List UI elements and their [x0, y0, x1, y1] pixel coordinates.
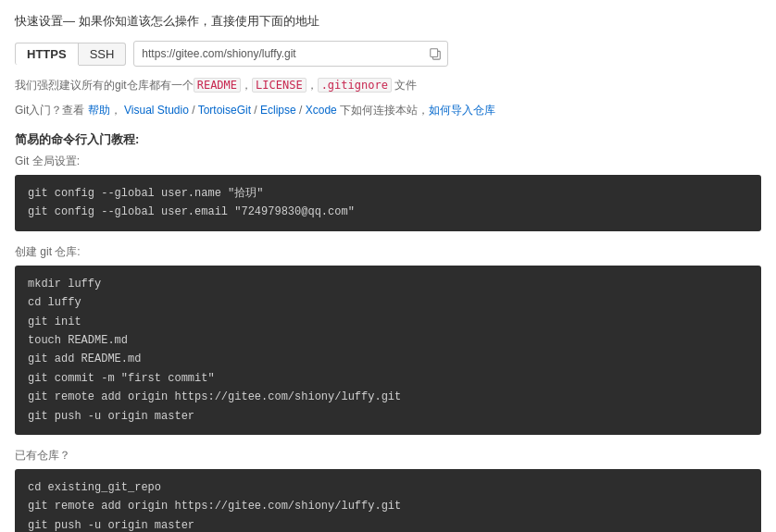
- create-repo-title: 创建 git 仓库:: [15, 244, 761, 260]
- copy-icon: [429, 47, 442, 60]
- global-setup-code: git config --global user.name "拾玥" git c…: [15, 175, 761, 231]
- git-link-row: Git入门？查看 帮助， Visual Studio / TortoiseGit…: [15, 103, 761, 118]
- slash3: /: [296, 104, 306, 117]
- existing-repo-title: 已有仓库？: [15, 448, 761, 464]
- url-input-wrap: [133, 41, 448, 67]
- git-help-prefix: Git入门？查看: [15, 104, 84, 117]
- recommend-suffix: 文件: [392, 79, 417, 92]
- git-help-middle: 下如何连接本站，: [337, 104, 429, 117]
- import-repo-link[interactable]: 如何导入仓库: [429, 104, 495, 117]
- gitignore-badge: .gitignore: [318, 78, 392, 93]
- readme-badge: README: [194, 78, 241, 93]
- quick-setup-title: 快速设置— 如果你知道该怎么操作，直接使用下面的地址: [15, 13, 761, 30]
- create-repo-code: mkdir luffy cd luffy git init touch READ…: [15, 266, 761, 435]
- existing-repo-code: cd existing_git_repo git remote add orig…: [15, 469, 761, 532]
- https-button[interactable]: HTTPS: [15, 43, 79, 65]
- ssh-button[interactable]: SSH: [79, 43, 127, 66]
- repo-url-input[interactable]: [134, 47, 423, 60]
- global-setup-title: Git 全局设置:: [15, 154, 761, 169]
- sep2: ，: [307, 79, 318, 92]
- slash1: /: [189, 104, 198, 117]
- intro-title: 简易的命令行入门教程:: [15, 131, 761, 148]
- recommend-prefix: 我们强烈建议所有的git仓库都有一个: [15, 79, 194, 92]
- recommend-text: 我们强烈建议所有的git仓库都有一个README，LICENSE，.gitign…: [15, 78, 761, 93]
- protocol-row: HTTPS SSH: [15, 41, 761, 67]
- copy-url-button[interactable]: [423, 47, 447, 60]
- slash2: /: [251, 104, 260, 117]
- eclipse-link[interactable]: Eclipse: [260, 104, 296, 117]
- xcode-link[interactable]: Xcode: [306, 104, 337, 117]
- tortoisegit-link[interactable]: TortoiseGit: [198, 104, 251, 117]
- help-link[interactable]: 帮助: [88, 104, 110, 117]
- main-container: 快速设置— 如果你知道该怎么操作，直接使用下面的地址 HTTPS SSH 我们强…: [0, 0, 776, 532]
- visual-studio-link[interactable]: Visual Studio: [124, 104, 189, 117]
- svg-rect-1: [431, 49, 438, 57]
- license-badge: LICENSE: [252, 78, 307, 93]
- git-help-sep: ，: [110, 104, 121, 117]
- sep1: ，: [241, 79, 252, 92]
